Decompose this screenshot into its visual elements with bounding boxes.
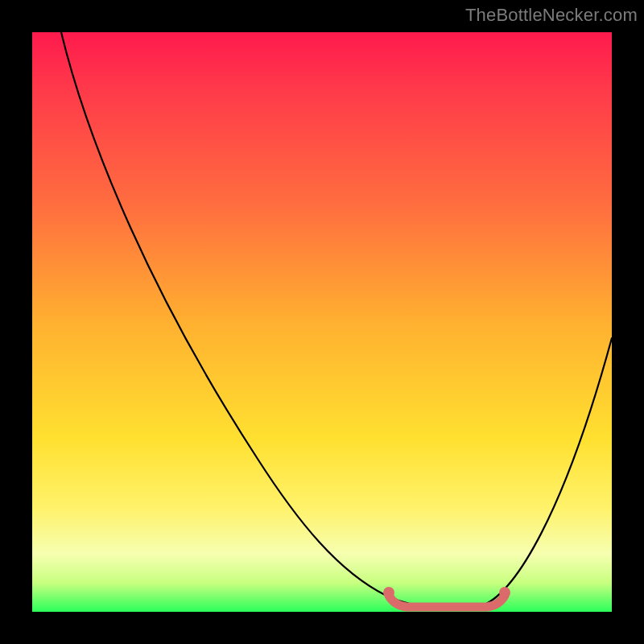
range-end-dot	[499, 587, 510, 598]
chart-frame: TheBottleNecker.com	[0, 0, 644, 644]
optimal-range-marker	[32, 32, 612, 612]
watermark-label: TheBottleNecker.com	[465, 5, 638, 26]
plot-area	[32, 32, 612, 612]
range-bracket	[389, 596, 505, 607]
